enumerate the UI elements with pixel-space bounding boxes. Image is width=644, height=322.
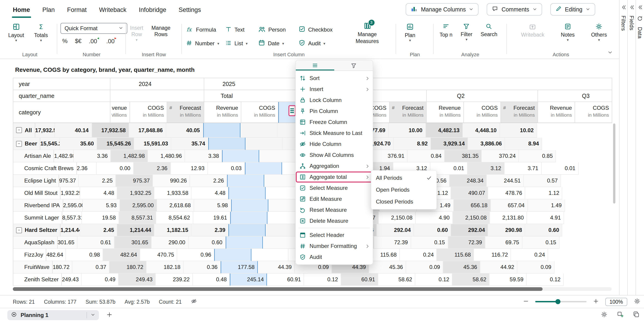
table-cell[interactable]: 60.91 xyxy=(267,274,304,286)
table-cell[interactable] xyxy=(262,237,300,249)
insert-list-button[interactable]: List▾ xyxy=(225,39,258,47)
table-cell[interactable]: 482.64 xyxy=(103,249,140,261)
table-cell[interactable]: 3.36 xyxy=(74,150,111,162)
zoom-level[interactable]: 100% xyxy=(605,298,627,306)
table-cell[interactable]: 4.48 xyxy=(192,187,229,199)
table-cell[interactable]: 290.00 xyxy=(151,237,188,249)
search-button[interactable]: Search xyxy=(478,23,500,42)
menu-tab-writeback[interactable]: Writeback xyxy=(99,6,126,13)
quarter-header-q2[interactable]: Q2 xyxy=(427,93,464,99)
menu-item-edit-measure[interactable]: Edit Measure xyxy=(296,193,373,204)
submenu-item-all-periods[interactable]: All Periods xyxy=(371,172,436,184)
column-header[interactable]: Revenuein Millions xyxy=(427,102,464,123)
table-cell[interactable]: 657.04 xyxy=(490,199,528,212)
table-cell[interactable]: 10.00 xyxy=(388,123,426,138)
menu-item-show-all-columns[interactable]: Show All Columns xyxy=(296,150,373,161)
row-label[interactable]: Cosmic Craft Brews xyxy=(13,162,77,175)
table-cell[interactable]: 1,933.58 xyxy=(154,187,192,199)
table-cell[interactable]: 292.04 xyxy=(377,224,414,237)
plan-button[interactable]: Plan▾ xyxy=(402,23,418,42)
table-cell[interactable]: 15,591.03 xyxy=(134,138,171,150)
dimension-label-year[interactable]: year xyxy=(13,78,110,90)
table-cell[interactable]: 381.35 xyxy=(445,150,482,162)
table-cell[interactable]: 0.37 xyxy=(72,261,110,274)
table-cell[interactable]: 180.72 xyxy=(53,261,72,274)
insert-number-button[interactable]: Number▾ xyxy=(186,39,225,47)
row-label[interactable]: −Beer xyxy=(13,138,40,150)
table-cell[interactable]: 180.72 xyxy=(110,261,146,274)
table-cell[interactable]: 40.05 xyxy=(166,123,203,138)
table-cell[interactable]: 2,150.08 xyxy=(379,212,416,224)
table-cell[interactable]: 44.39 xyxy=(258,261,295,274)
writeback-button[interactable]: Writeback xyxy=(518,23,547,42)
menu-item-freeze-column[interactable]: Freeze Column xyxy=(296,117,373,128)
table-cell[interactable]: 45.36 xyxy=(443,261,480,274)
refresh-icon[interactable] xyxy=(637,15,643,23)
table-cell[interactable]: 0.48 xyxy=(193,274,230,286)
table-cell[interactable] xyxy=(252,249,289,261)
row-label[interactable]: Artisan Ale xyxy=(13,150,54,162)
table-cell[interactable]: 3,886.06 xyxy=(468,138,505,150)
sidebar-tab-data[interactable]: Data xyxy=(636,0,644,300)
menu-item-sort[interactable]: Sort xyxy=(296,73,373,84)
collapse-icon[interactable]: − xyxy=(16,127,22,133)
table-cell[interactable]: 35.74 xyxy=(171,138,208,150)
table-cell[interactable]: 0.09 xyxy=(406,261,443,274)
table-cell[interactable] xyxy=(231,199,268,212)
column-header[interactable]: Revenuein Millions xyxy=(110,102,130,123)
column-header[interactable]: #Forecastin Millions xyxy=(501,102,538,123)
column-header[interactable]: COGSin Millions xyxy=(464,102,501,123)
table-cell[interactable]: 248.34 xyxy=(450,175,487,187)
table-cell[interactable]: 656.18 xyxy=(454,199,490,212)
table-cell[interactable]: 4,448.10 xyxy=(463,123,500,138)
zoom-slider[interactable] xyxy=(535,301,586,302)
row-label[interactable]: FizzJoy xyxy=(13,249,46,261)
menu-item-hide-column[interactable]: Hide Column xyxy=(296,139,373,150)
table-cell[interactable] xyxy=(208,138,246,150)
table-cell[interactable]: 3,929.14 xyxy=(431,138,468,150)
table-cell[interactable]: 59.59 xyxy=(490,274,526,286)
submenu-item-closed-periods[interactable]: Closed Periods xyxy=(371,196,436,208)
menu-tab-filter-view[interactable] xyxy=(334,60,373,70)
table-cell[interactable]: 0.60 xyxy=(525,224,562,237)
table-cell[interactable]: 17,932.58 xyxy=(92,123,129,138)
table-cell[interactable]: 975.37 xyxy=(59,175,79,187)
table-cell[interactable]: 490.07 xyxy=(451,187,488,199)
table-cell[interactable]: 2,595.00 xyxy=(120,199,157,212)
column-header[interactable]: COGSin Millions xyxy=(241,102,278,123)
table-cell[interactable] xyxy=(229,187,266,199)
table-cell[interactable]: 245.14 xyxy=(230,274,267,286)
horizontal-scrollbar-track[interactable] xyxy=(13,287,612,291)
table-cell[interactable]: 0.15 xyxy=(411,237,448,249)
menu-item-aggregate-total[interactable]: Aggregate total xyxy=(296,172,373,183)
row-label[interactable]: Summit Lager xyxy=(13,212,62,224)
menu-item-insert[interactable]: Insert xyxy=(296,84,373,95)
table-cell[interactable]: 249.43 xyxy=(62,274,82,286)
table-cell[interactable] xyxy=(226,237,262,249)
table-cell[interactable]: 115.68 xyxy=(437,249,474,261)
editing-mode-button[interactable]: Editing xyxy=(550,3,595,15)
table-cell[interactable]: 0.61 xyxy=(77,237,114,249)
menu-item-delete-measure[interactable]: Delete Measure xyxy=(296,215,373,226)
row-label[interactable]: Zenith Seltzer xyxy=(13,274,62,286)
table-cell[interactable]: 3.12 xyxy=(467,162,504,175)
menu-item-pin-column[interactable]: Pin Column xyxy=(296,106,373,117)
insert-checkbox-button[interactable]: Checkbox xyxy=(298,26,342,34)
table-cell[interactable] xyxy=(230,212,268,224)
table-cell[interactable]: 1,480.96 xyxy=(148,150,185,162)
row-label[interactable]: Riverbend IPA xyxy=(13,199,63,212)
table-cell[interactable]: 0.00 xyxy=(96,162,134,175)
percent-format-button[interactable]: % xyxy=(62,37,68,44)
column-header[interactable]: Revenuein Millions xyxy=(204,102,241,123)
sidebar-tab-filters[interactable]: Filters xyxy=(619,0,627,300)
table-cell[interactable]: 2.36 xyxy=(77,162,96,175)
insert-person-button[interactable]: Person xyxy=(258,25,298,34)
top-n-button[interactable]: Top n xyxy=(437,23,455,42)
table-cell[interactable] xyxy=(245,162,282,175)
menu-item-select-measure[interactable]: Select Measure xyxy=(296,183,373,193)
table-cell[interactable]: 0.57 xyxy=(524,175,561,187)
table-cell[interactable]: 0.96 xyxy=(178,249,214,261)
filter-button[interactable]: Filter▾ xyxy=(458,23,475,42)
table-cell[interactable]: 58.62 xyxy=(378,274,415,286)
currency-format-button[interactable]: $€ xyxy=(75,37,82,44)
